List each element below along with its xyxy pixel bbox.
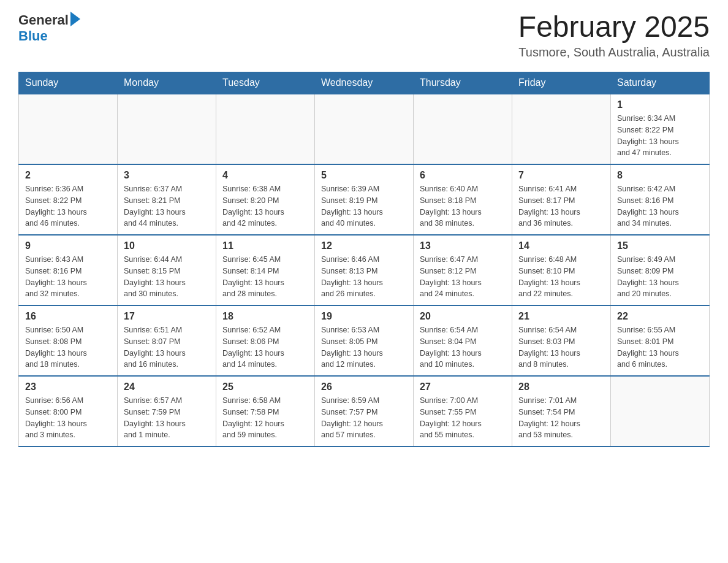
calendar-week-row: 23Sunrise: 6:56 AM Sunset: 8:00 PM Dayli…: [19, 376, 710, 446]
month-title: February 2025: [518, 12, 710, 42]
day-number: 21: [518, 311, 604, 322]
day-info: Sunrise: 6:48 AM Sunset: 8:10 PM Dayligh…: [518, 254, 604, 300]
day-info: Sunrise: 6:58 AM Sunset: 7:58 PM Dayligh…: [222, 395, 308, 441]
day-number: 5: [321, 170, 407, 181]
day-number: 16: [25, 311, 111, 322]
day-info: Sunrise: 6:34 AM Sunset: 8:22 PM Dayligh…: [617, 113, 703, 159]
weekday-header-wednesday: Wednesday: [315, 72, 414, 94]
calendar-table: SundayMondayTuesdayWednesdayThursdayFrid…: [18, 72, 710, 447]
calendar-cell: 9Sunrise: 6:43 AM Sunset: 8:16 PM Daylig…: [19, 235, 118, 305]
calendar-cell: 20Sunrise: 6:54 AM Sunset: 8:04 PM Dayli…: [414, 305, 512, 376]
calendar-cell: [19, 94, 118, 164]
calendar-cell: 17Sunrise: 6:51 AM Sunset: 8:07 PM Dayli…: [118, 305, 216, 376]
weekday-header-friday: Friday: [512, 72, 611, 94]
day-info: Sunrise: 6:51 AM Sunset: 8:07 PM Dayligh…: [124, 324, 210, 370]
day-number: 28: [518, 381, 604, 393]
day-info: Sunrise: 6:39 AM Sunset: 8:19 PM Dayligh…: [321, 183, 407, 229]
day-info: Sunrise: 6:52 AM Sunset: 8:06 PM Dayligh…: [222, 324, 308, 370]
calendar-cell: 15Sunrise: 6:49 AM Sunset: 8:09 PM Dayli…: [611, 235, 710, 305]
calendar-cell: [611, 376, 710, 446]
calendar-week-row: 16Sunrise: 6:50 AM Sunset: 8:08 PM Dayli…: [19, 305, 710, 376]
day-number: 2: [25, 170, 111, 181]
day-info: Sunrise: 6:55 AM Sunset: 8:01 PM Dayligh…: [617, 324, 703, 370]
calendar-cell: 1Sunrise: 6:34 AM Sunset: 8:22 PM Daylig…: [611, 94, 710, 164]
calendar-cell: 10Sunrise: 6:44 AM Sunset: 8:15 PM Dayli…: [118, 235, 216, 305]
day-number: 10: [124, 240, 210, 251]
day-info: Sunrise: 6:43 AM Sunset: 8:16 PM Dayligh…: [25, 254, 111, 300]
day-number: 3: [124, 170, 210, 181]
calendar-cell: [216, 94, 315, 164]
calendar-cell: 2Sunrise: 6:36 AM Sunset: 8:22 PM Daylig…: [19, 164, 118, 235]
calendar-cell: 8Sunrise: 6:42 AM Sunset: 8:16 PM Daylig…: [611, 164, 710, 235]
day-info: Sunrise: 7:01 AM Sunset: 7:54 PM Dayligh…: [518, 395, 604, 441]
day-number: 20: [420, 311, 506, 322]
calendar-cell: 6Sunrise: 6:40 AM Sunset: 8:18 PM Daylig…: [414, 164, 512, 235]
day-number: 8: [617, 170, 703, 181]
calendar-cell: [118, 94, 216, 164]
calendar-cell: 18Sunrise: 6:52 AM Sunset: 8:06 PM Dayli…: [216, 305, 315, 376]
day-info: Sunrise: 6:50 AM Sunset: 8:08 PM Dayligh…: [25, 324, 111, 370]
logo: General Blue: [18, 12, 80, 44]
calendar-cell: 11Sunrise: 6:45 AM Sunset: 8:14 PM Dayli…: [216, 235, 315, 305]
day-info: Sunrise: 6:53 AM Sunset: 8:05 PM Dayligh…: [321, 324, 407, 370]
day-info: Sunrise: 6:41 AM Sunset: 8:17 PM Dayligh…: [518, 183, 604, 229]
calendar-cell: 23Sunrise: 6:56 AM Sunset: 8:00 PM Dayli…: [19, 376, 118, 446]
day-number: 6: [420, 170, 506, 181]
calendar-cell: 7Sunrise: 6:41 AM Sunset: 8:17 PM Daylig…: [512, 164, 611, 235]
calendar-week-row: 1Sunrise: 6:34 AM Sunset: 8:22 PM Daylig…: [19, 94, 710, 164]
day-number: 9: [25, 240, 111, 251]
logo-triangle-icon: [70, 12, 80, 26]
calendar-header-row: SundayMondayTuesdayWednesdayThursdayFrid…: [19, 72, 710, 94]
day-number: 7: [518, 170, 604, 181]
calendar-cell: 26Sunrise: 6:59 AM Sunset: 7:57 PM Dayli…: [315, 376, 414, 446]
day-info: Sunrise: 6:54 AM Sunset: 8:04 PM Dayligh…: [420, 324, 506, 370]
calendar-cell: 21Sunrise: 6:54 AM Sunset: 8:03 PM Dayli…: [512, 305, 611, 376]
weekday-header-tuesday: Tuesday: [216, 72, 315, 94]
day-info: Sunrise: 6:49 AM Sunset: 8:09 PM Dayligh…: [617, 254, 703, 300]
day-info: Sunrise: 6:45 AM Sunset: 8:14 PM Dayligh…: [222, 254, 308, 300]
day-number: 25: [222, 381, 308, 393]
day-info: Sunrise: 6:37 AM Sunset: 8:21 PM Dayligh…: [124, 183, 210, 229]
day-info: Sunrise: 6:59 AM Sunset: 7:57 PM Dayligh…: [321, 395, 407, 441]
day-number: 22: [617, 311, 703, 322]
day-info: Sunrise: 6:44 AM Sunset: 8:15 PM Dayligh…: [124, 254, 210, 300]
day-info: Sunrise: 6:46 AM Sunset: 8:13 PM Dayligh…: [321, 254, 407, 300]
day-info: Sunrise: 6:40 AM Sunset: 8:18 PM Dayligh…: [420, 183, 506, 229]
day-info: Sunrise: 6:54 AM Sunset: 8:03 PM Dayligh…: [518, 324, 604, 370]
day-number: 4: [222, 170, 308, 181]
day-number: 19: [321, 311, 407, 322]
calendar-cell: 27Sunrise: 7:00 AM Sunset: 7:55 PM Dayli…: [414, 376, 512, 446]
day-number: 14: [518, 240, 604, 251]
calendar-cell: 5Sunrise: 6:39 AM Sunset: 8:19 PM Daylig…: [315, 164, 414, 235]
calendar-cell: 25Sunrise: 6:58 AM Sunset: 7:58 PM Dayli…: [216, 376, 315, 446]
day-info: Sunrise: 6:42 AM Sunset: 8:16 PM Dayligh…: [617, 183, 703, 229]
day-number: 11: [222, 240, 308, 251]
calendar-week-row: 2Sunrise: 6:36 AM Sunset: 8:22 PM Daylig…: [19, 164, 710, 235]
calendar-cell: 19Sunrise: 6:53 AM Sunset: 8:05 PM Dayli…: [315, 305, 414, 376]
calendar-cell: [512, 94, 611, 164]
page-header: General Blue February 2025 Tusmore, Sout…: [18, 12, 710, 59]
day-info: Sunrise: 6:56 AM Sunset: 8:00 PM Dayligh…: [25, 395, 111, 441]
day-number: 13: [420, 240, 506, 251]
day-number: 23: [25, 381, 111, 393]
calendar-cell: 3Sunrise: 6:37 AM Sunset: 8:21 PM Daylig…: [118, 164, 216, 235]
day-number: 18: [222, 311, 308, 322]
day-number: 12: [321, 240, 407, 251]
calendar-cell: [414, 94, 512, 164]
weekday-header-monday: Monday: [118, 72, 216, 94]
calendar-cell: 12Sunrise: 6:46 AM Sunset: 8:13 PM Dayli…: [315, 235, 414, 305]
logo-general-text: General: [18, 12, 69, 28]
day-info: Sunrise: 6:57 AM Sunset: 7:59 PM Dayligh…: [124, 395, 210, 441]
calendar-cell: [315, 94, 414, 164]
weekday-header-thursday: Thursday: [414, 72, 512, 94]
day-number: 26: [321, 381, 407, 393]
day-info: Sunrise: 6:38 AM Sunset: 8:20 PM Dayligh…: [222, 183, 308, 229]
day-number: 24: [124, 381, 210, 393]
day-number: 27: [420, 381, 506, 393]
weekday-header-sunday: Sunday: [19, 72, 118, 94]
day-info: Sunrise: 6:36 AM Sunset: 8:22 PM Dayligh…: [25, 183, 111, 229]
calendar-cell: 24Sunrise: 6:57 AM Sunset: 7:59 PM Dayli…: [118, 376, 216, 446]
day-info: Sunrise: 6:47 AM Sunset: 8:12 PM Dayligh…: [420, 254, 506, 300]
calendar-cell: 14Sunrise: 6:48 AM Sunset: 8:10 PM Dayli…: [512, 235, 611, 305]
header-right: February 2025 Tusmore, South Australia, …: [518, 12, 710, 59]
